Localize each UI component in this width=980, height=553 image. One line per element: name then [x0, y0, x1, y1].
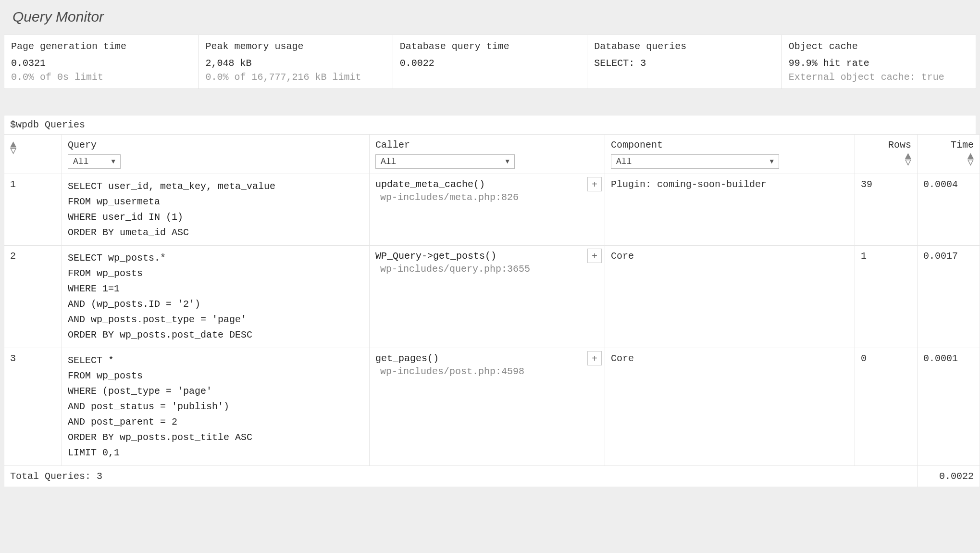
row-rows: 0 — [855, 348, 918, 466]
caller-function: get_pages() — [375, 353, 439, 364]
caller-function: WP_Query->get_posts() — [375, 251, 496, 262]
row-sql: SELECT wp_posts.* FROM wp_posts WHERE 1=… — [62, 246, 370, 348]
summary-label: Page generation time — [11, 41, 191, 52]
queries-table: ▲ ▽ Query All ▼ Caller All ▼ Component — [4, 134, 980, 487]
row-time: 0.0004 — [918, 174, 980, 246]
row-index: 2 — [4, 246, 62, 348]
row-caller: update_meta_cache() wp-includes/meta.php… — [370, 174, 605, 246]
dropdown-icon: ▼ — [112, 158, 115, 165]
col-rows-header: Rows ▲ ▽ — [855, 135, 918, 174]
row-rows: 1 — [855, 246, 918, 348]
col-time-header: Time ▲ ▽ — [918, 135, 980, 174]
section-title-wpdb-queries: $wpdb Queries — [4, 115, 976, 134]
caller-path: wp-includes/meta.php:826 — [375, 192, 583, 203]
summary-value: SELECT: 3 — [594, 58, 774, 69]
footer-total-label: Total Queries: 3 — [4, 466, 918, 487]
summary-label: Database queries — [594, 41, 774, 52]
row-sql: SELECT * FROM wp_posts WHERE (post_type … — [62, 348, 370, 466]
filter-value: All — [381, 157, 396, 166]
summary-value: 0.0022 — [400, 58, 580, 69]
row-index: 1 — [4, 174, 62, 246]
summary-sub: 0.0% of 0s limit — [11, 72, 191, 83]
sql-text: SELECT user_id, meta_key, meta_value FRO… — [68, 179, 363, 240]
caller-function: update_meta_cache() — [375, 179, 485, 190]
sort-icon[interactable]: ▲ ▽ — [968, 153, 974, 166]
summary-object-cache: Object cache 99.9% hit rate External obj… — [782, 35, 976, 89]
sort-icon[interactable]: ▲ ▽ — [10, 142, 16, 154]
table-row: 2 SELECT wp_posts.* FROM wp_posts WHERE … — [4, 246, 980, 348]
expand-caller-button[interactable]: + — [587, 177, 602, 191]
col-component-header: Component All ▼ — [605, 135, 855, 174]
filter-value: All — [616, 157, 632, 166]
summary-value: 2,048 kB — [205, 58, 385, 69]
col-label: Query — [68, 139, 363, 151]
filter-component-select[interactable]: All ▼ — [611, 154, 779, 169]
caller-path: wp-includes/query.php:3655 — [375, 264, 583, 275]
col-caller-header: Caller All ▼ — [370, 135, 605, 174]
summary-label: Database query time — [400, 41, 580, 52]
summary-label: Object cache — [789, 41, 969, 52]
expand-caller-button[interactable]: + — [587, 249, 602, 263]
row-time: 0.0017 — [918, 246, 980, 348]
filter-caller-select[interactable]: All ▼ — [375, 154, 515, 169]
caller-path: wp-includes/post.php:4598 — [375, 366, 583, 377]
col-query-header: Query All ▼ — [62, 135, 370, 174]
footer-total-time: 0.0022 — [918, 466, 980, 487]
table-header-row: ▲ ▽ Query All ▼ Caller All ▼ Component — [4, 135, 980, 174]
col-label: Rows — [888, 139, 911, 151]
filter-query-select[interactable]: All ▼ — [68, 154, 121, 169]
summary-sub: External object cache: true — [789, 72, 969, 83]
sql-text: SELECT wp_posts.* FROM wp_posts WHERE 1=… — [68, 251, 363, 343]
row-index: 3 — [4, 348, 62, 466]
row-time: 0.0001 — [918, 348, 980, 466]
row-component: Core — [605, 348, 855, 466]
summary-db-query-time: Database query time 0.0022 — [393, 35, 587, 89]
dropdown-icon: ▼ — [506, 158, 509, 165]
col-index-header: ▲ ▽ — [4, 135, 62, 174]
summary-peak-memory: Peak memory usage 2,048 kB 0.0% of 16,77… — [198, 35, 393, 89]
summary-db-queries: Database queries SELECT: 3 — [587, 35, 782, 89]
page-title: Query Monitor — [4, 0, 976, 35]
summary-value: 99.9% hit rate — [789, 58, 969, 69]
summary-sub: 0.0% of 16,777,216 kB limit — [205, 72, 385, 83]
row-component: Core — [605, 246, 855, 348]
sort-icon[interactable]: ▲ ▽ — [905, 153, 911, 166]
summary-label: Peak memory usage — [205, 41, 385, 52]
row-component: Plugin: coming-soon-builder — [605, 174, 855, 246]
col-label: Time — [951, 139, 974, 151]
col-label: Component — [611, 139, 849, 151]
table-row: 3 SELECT * FROM wp_posts WHERE (post_typ… — [4, 348, 980, 466]
filter-value: All — [73, 157, 88, 166]
summary-row: Page generation time 0.0321 0.0% of 0s l… — [4, 35, 976, 89]
summary-page-gen-time: Page generation time 0.0321 0.0% of 0s l… — [4, 35, 198, 89]
row-rows: 39 — [855, 174, 918, 246]
row-caller: get_pages() wp-includes/post.php:4598 + — [370, 348, 605, 466]
table-footer-row: Total Queries: 3 0.0022 — [4, 466, 980, 487]
sql-text: SELECT * FROM wp_posts WHERE (post_type … — [68, 353, 363, 461]
table-row: 1 SELECT user_id, meta_key, meta_value F… — [4, 174, 980, 246]
sort-down-icon: ▽ — [968, 160, 974, 166]
sort-down-icon: ▽ — [905, 160, 911, 166]
expand-caller-button[interactable]: + — [587, 351, 602, 365]
dropdown-icon: ▼ — [770, 158, 774, 165]
row-sql: SELECT user_id, meta_key, meta_value FRO… — [62, 174, 370, 246]
col-label: Caller — [375, 139, 599, 151]
sort-down-icon: ▽ — [10, 148, 16, 154]
row-caller: WP_Query->get_posts() wp-includes/query.… — [370, 246, 605, 348]
summary-value: 0.0321 — [11, 58, 191, 69]
